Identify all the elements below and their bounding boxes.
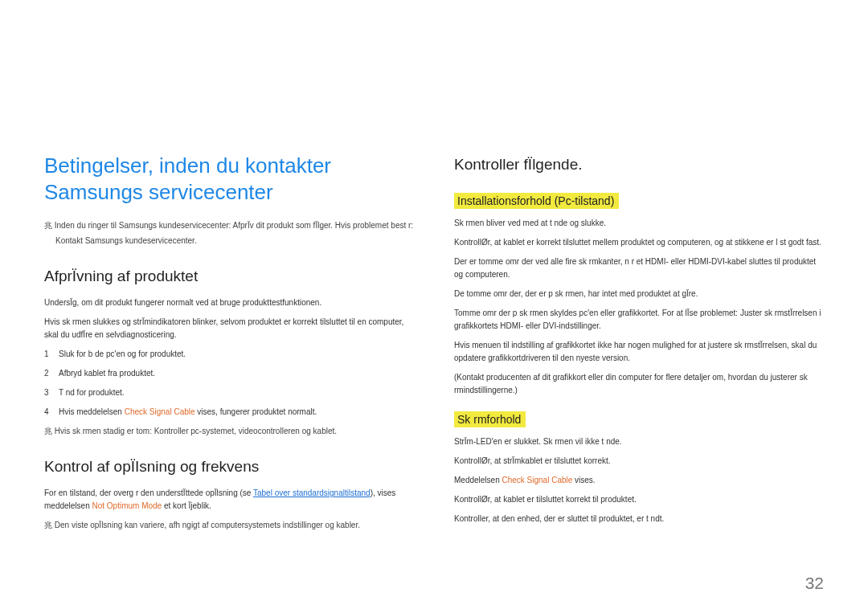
sub-screen: Sk rmforhold xyxy=(454,411,526,427)
s3-orange: Check Signal Cable xyxy=(502,476,572,484)
s1: StrÏm-LED'en er slukket. Sk rmen vil ikk… xyxy=(454,435,824,448)
step-4-suffix: vises, fungerer produktet normalt. xyxy=(195,407,317,416)
not-optimum-orange: Not Optimum Mode xyxy=(92,501,162,510)
note-symbol: 兆 xyxy=(44,521,52,529)
s3-prefix: Meddelelsen xyxy=(454,476,502,484)
standard-signal-link[interactable]: Tabel over standardsignaltilstand xyxy=(253,488,371,497)
s5: Kontroller, at den enhed, der er sluttet… xyxy=(454,513,824,525)
r4: De tomme omr der, der er p sk rmen, har … xyxy=(454,288,824,300)
res-text-c: et kort Ïjeblik. xyxy=(162,501,211,510)
s2: KontrollØr, at strÏmkablet er tilsluttet… xyxy=(454,455,824,468)
step-1: Sluk for b de pc'en og for produktet. xyxy=(44,348,414,361)
note-resolution-vary: 兆 Den viste opÏlsning kan variere, afh n… xyxy=(44,519,414,531)
s3: Meddelelsen Check Signal Cable vises. xyxy=(454,474,824,487)
note-text-1a: Inden du ringer til Samsungs kundeservic… xyxy=(55,221,413,230)
r5: Tomme omr der p sk rmen skyldes pc'en el… xyxy=(454,307,824,333)
note-text-1b: Kontakt Samsungs kundeservicecenter. xyxy=(44,235,414,247)
section-testing-product: AfprÏvning af produktet xyxy=(44,268,414,285)
s3-suffix: vises. xyxy=(572,476,595,484)
step-4-orange: Check Signal Cable xyxy=(125,407,195,416)
note-text-2: Hvis sk rmen stadig er tom: Kontroller p… xyxy=(55,427,337,435)
note-still-blank: 兆 Hvis sk rmen stadig er tom: Kontroller… xyxy=(44,425,414,437)
note-symbol: 兆 xyxy=(44,221,52,230)
test-steps: Sluk for b de pc'en og for produktet. Af… xyxy=(44,348,414,419)
page-number: 32 xyxy=(805,574,824,593)
r3: Der er tomme omr der ved alle fire sk rm… xyxy=(454,255,824,281)
section-resolution: Kontrol af opÏIsning og frekvens xyxy=(44,458,414,476)
step-4: Hvis meddelelsen Check Signal Cable vise… xyxy=(44,406,414,419)
section-check-following: Kontroller fÏlgende. xyxy=(454,156,824,174)
note-before-call: 兆 Inden du ringer til Samsungs kundeserv… xyxy=(44,219,414,231)
test-intro-2: Hvis sk rmen slukkes og strÏmindikatoren… xyxy=(44,316,414,341)
page-title: Betingelser, inden du kontakter Samsungs… xyxy=(44,153,414,205)
note-symbol: 兆 xyxy=(44,427,52,435)
step-2: Afbryd kablet fra produktet. xyxy=(44,367,414,380)
r1: Sk rmen bliver ved med at t nde og slukk… xyxy=(454,217,824,230)
sub-installation: Installationsforhold (Pc-tilstand) xyxy=(454,193,619,209)
test-intro-1: UndersÏg, om dit produkt fungerer normal… xyxy=(44,296,414,309)
r6: Hvis menuen til indstilling af grafikkor… xyxy=(454,339,824,365)
s4: KontrollØr, at kablet er tilsluttet korr… xyxy=(454,493,824,506)
step-3: T nd for produktet. xyxy=(44,386,414,399)
res-text-a: For en tilstand, der overg r den underst… xyxy=(44,488,253,497)
step-4-prefix: Hvis meddelelsen xyxy=(59,407,125,416)
resolution-text: For en tilstand, der overg r den underst… xyxy=(44,487,414,513)
r2: KontrollØr, at kablet er korrekt tilslut… xyxy=(454,236,824,249)
r7: (Kontakt producenten af dit grafikkort e… xyxy=(454,371,824,397)
note-text-3: Den viste opÏlsning kan variere, afh ngi… xyxy=(55,521,360,529)
